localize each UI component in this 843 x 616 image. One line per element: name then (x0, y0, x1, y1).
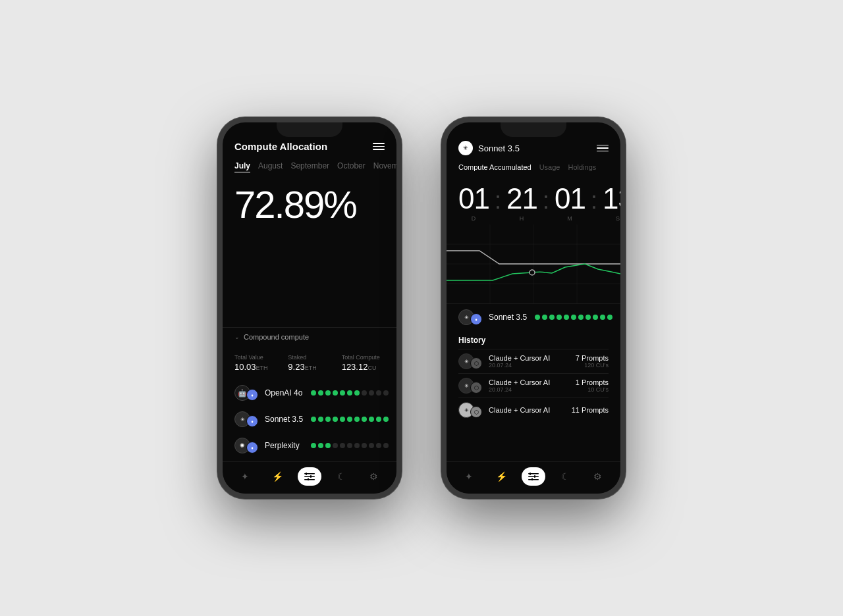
dot-11 (383, 390, 389, 396)
tab-july[interactable]: July (234, 160, 250, 172)
prompts-val-3: 11 Prompts (572, 406, 609, 414)
nav-sliders[interactable] (298, 467, 321, 486)
history-prompts-2: 1 Prompts 10 CU's (576, 378, 609, 393)
staked-value: 9.23ETH (288, 362, 331, 372)
dot-5 (340, 417, 345, 422)
history-info-2: Claude + Cursor AI 20.07.24 (489, 378, 569, 393)
right-nav-lightning[interactable]: ⚡ (489, 467, 513, 486)
seconds-value: 13 (603, 184, 620, 213)
tab-compute-accumulated[interactable]: Compute Accumulated (458, 163, 531, 171)
dot-10 (376, 417, 381, 422)
total-compute-stat: Total Compute 123.12CU (342, 354, 385, 372)
chevron-icon: ⌄ (234, 334, 240, 340)
left-phone-body: Compute Allocation July August September… (217, 117, 402, 499)
sonnet-icons: ✳ ♦ (234, 411, 258, 427)
list-item[interactable]: ✳ ⬡ Claude + Cursor AI 20.07.24 1 Prompt… (458, 373, 609, 398)
sonnet-row[interactable]: ✳ ♦ Sonnet 3.5 Max (447, 303, 620, 330)
right-phone-screen: ✳ Sonnet 3.5 Compute Accumulated Usage H… (447, 122, 620, 494)
sep-2: : (543, 184, 549, 215)
tab-holdings[interactable]: Holdings (568, 163, 596, 171)
tab-august[interactable]: August (258, 160, 283, 172)
perplexity-name: Perplexity (265, 441, 304, 450)
dot-4 (333, 443, 338, 448)
dot-6 (347, 390, 352, 396)
tab-october[interactable]: October (337, 160, 366, 172)
perplexity-dots (311, 443, 389, 448)
right-hamburger-menu-icon[interactable] (597, 145, 609, 152)
right-nav-settings[interactable]: ⚙ (586, 467, 610, 486)
svg-rect-2 (304, 479, 315, 480)
sep-3: : (591, 184, 597, 215)
history-section: History ✳ ⬡ Claude + Cursor AI 20.07.24 … (447, 330, 620, 424)
list-item[interactable]: 🤖 ♦ OpenAI 4o (223, 380, 396, 406)
compound-label-text: Compound compute (244, 333, 309, 341)
minutes-label: M (567, 215, 573, 222)
nav-settings[interactable]: ⚙ (362, 467, 386, 486)
history-label: History (458, 336, 609, 345)
nav-sparkle[interactable]: ✦ (233, 467, 257, 486)
dot-11 (383, 443, 389, 448)
history-icons-1: ✳ ⬡ (458, 353, 482, 369)
total-value-stat: Total Value 10.03ETH (234, 354, 277, 372)
countdown-seconds: 13 S (603, 184, 620, 222)
right-nav-moon[interactable]: ☾ (554, 467, 578, 486)
history-prompts-3: 11 Prompts (572, 406, 609, 414)
dot-4 (333, 390, 338, 396)
list-item[interactable]: ✳ ⬡ Claude + Cursor AI 20.07.24 7 Prompt… (458, 349, 609, 373)
tab-usage[interactable]: Usage (539, 163, 560, 171)
right-phone-body: ✳ Sonnet 3.5 Compute Accumulated Usage H… (441, 117, 626, 499)
staked-stat: Staked 9.23ETH (288, 354, 331, 372)
list-item[interactable]: ✳ ⬡ Claude + Cursor AI 11 Prompts (458, 398, 609, 422)
dot-9 (369, 390, 374, 396)
ai-list: 🤖 ♦ OpenAI 4o (223, 377, 396, 461)
dot-9 (369, 417, 374, 422)
hours-label: H (520, 215, 525, 222)
right-bottom-nav: ✦ ⚡ ☾ ⚙ (447, 461, 620, 494)
prompts-val-2: 1 Prompts (576, 378, 609, 386)
tab-november[interactable]: November (373, 160, 396, 172)
phone-notch (277, 122, 342, 137)
tab-september[interactable]: September (290, 160, 329, 172)
svg-rect-1 (304, 476, 315, 478)
right-nav-sparkle[interactable]: ✦ (457, 467, 481, 486)
history-name-3: Claude + Cursor AI (489, 406, 565, 414)
list-item[interactable]: ✳ ♦ Sonnet 3.5 (223, 406, 396, 432)
dot-2 (318, 417, 323, 422)
dot-1 (311, 443, 316, 448)
history-icons-2: ✳ ⬡ (458, 378, 482, 394)
history-name-2: Claude + Cursor AI (489, 378, 569, 386)
sep-1: : (495, 184, 501, 215)
svg-rect-16 (534, 475, 535, 478)
history-info-3: Claude + Cursor AI (489, 406, 565, 414)
history-date-1: 20.07.24 (489, 362, 569, 369)
nav-lightning[interactable]: ⚡ (265, 467, 289, 486)
dot-8 (362, 443, 367, 448)
dot-6 (347, 443, 352, 448)
sonnet-dots (311, 417, 389, 422)
dot-8 (362, 390, 367, 396)
dot-10 (376, 443, 381, 448)
dot-4 (333, 417, 338, 422)
screen-title: Compute Allocation (234, 141, 327, 152)
right-chart-area (447, 224, 620, 303)
left-phone: Compute Allocation July August September… (217, 117, 402, 499)
total-compute-value: 123.12CU (342, 362, 385, 372)
nav-moon[interactable]: ☾ (330, 467, 354, 486)
dot-5 (340, 390, 345, 396)
days-label: D (472, 215, 477, 222)
compound-section: ⌄ Compound compute (223, 327, 396, 349)
list-item[interactable]: ✺ ♦ Perplexity (223, 432, 396, 459)
total-value-value: 10.03ETH (234, 362, 277, 372)
right-screen-title: Sonnet 3.5 (478, 143, 520, 153)
svg-rect-4 (310, 475, 312, 478)
right-nav-sliders[interactable] (522, 467, 545, 486)
history-prompts-1: 7 Prompts 120 CU's (576, 354, 609, 369)
sonnet-name: Sonnet 3.5 (265, 415, 304, 424)
hamburger-menu-icon[interactable] (373, 143, 385, 150)
dot-11 (383, 417, 389, 422)
svg-rect-13 (528, 476, 539, 478)
dot-7 (354, 417, 360, 422)
svg-rect-15 (530, 473, 531, 475)
sonnet-eth-icon: ♦ (470, 313, 482, 325)
compound-compute-toggle[interactable]: ⌄ Compound compute (234, 333, 385, 341)
